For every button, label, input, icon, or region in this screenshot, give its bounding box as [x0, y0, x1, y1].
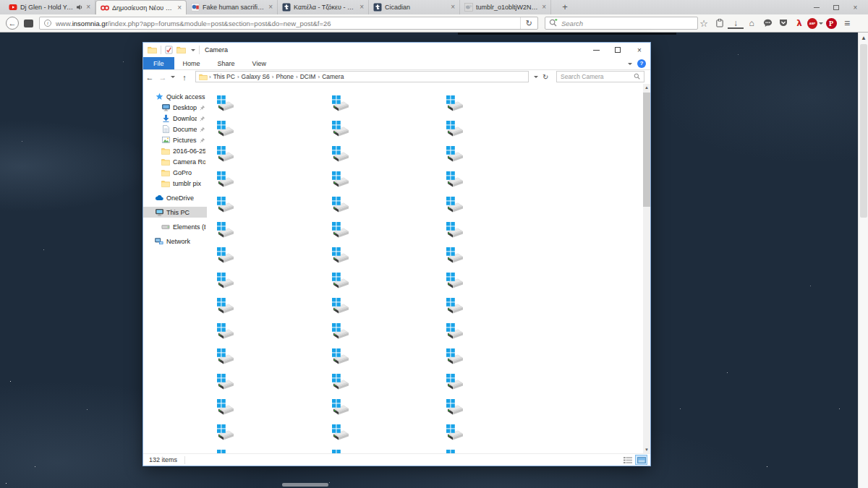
- file-icon[interactable]: [446, 348, 464, 365]
- folder-icon[interactable]: [148, 46, 157, 53]
- breadcrumb-segment[interactable]: Phone: [273, 73, 296, 80]
- page-scroll-pill[interactable]: [282, 483, 328, 487]
- bookmark-star-icon[interactable]: ☆: [696, 16, 712, 30]
- downloads-icon[interactable]: ↓: [728, 19, 744, 29]
- sidebar-item-2016-06-25-256[interactable]: 2016-06-25 256: [143, 145, 207, 156]
- nav-back-icon[interactable]: ←: [143, 73, 156, 82]
- file-icon[interactable]: [216, 398, 235, 416]
- file-icon[interactable]: [446, 171, 464, 188]
- file-icon[interactable]: [216, 272, 235, 289]
- ribbon-tab-file[interactable]: File: [143, 57, 174, 69]
- file-icon[interactable]: [446, 196, 464, 213]
- sidebar-item-onedrive[interactable]: OneDrive: [143, 192, 207, 203]
- file-icon[interactable]: [216, 322, 235, 340]
- sidebar-item-desktop[interactable]: Desktop: [143, 102, 207, 113]
- home-icon[interactable]: ⌂: [744, 16, 760, 30]
- site-identity-icon[interactable]: i: [44, 20, 51, 27]
- nav-up-icon[interactable]: ↑: [178, 73, 191, 82]
- explorer-search-box[interactable]: Search Camera: [556, 71, 644, 82]
- url-bar[interactable]: i www.insomnia.gr/index.php?app=forums&m…: [39, 17, 538, 30]
- file-icon[interactable]: [446, 373, 464, 390]
- browser-tab-2[interactable]: Fake human sacrifice film...×: [187, 0, 278, 14]
- file-icon[interactable]: [446, 95, 464, 112]
- sidebar-item-tumblr-pix[interactable]: tumblr pix: [143, 178, 207, 189]
- file-icon[interactable]: [216, 348, 235, 365]
- sidebar-item-this-pc[interactable]: This PC: [143, 207, 207, 218]
- details-view-button[interactable]: [621, 455, 634, 465]
- sidebar-item-quick-access[interactable]: Quick access: [143, 91, 207, 102]
- browser-tab-4[interactable]: Cicadian×: [369, 0, 460, 14]
- pocket-icon[interactable]: [775, 16, 791, 30]
- tab-close-icon[interactable]: ×: [542, 4, 546, 11]
- browser-tab-5[interactable]: tumblr_o1obltjW2N1v1z09...×: [460, 0, 551, 14]
- quick-access-toolbar-caret[interactable]: [191, 49, 195, 53]
- file-icon[interactable]: [446, 120, 464, 137]
- new-tab-button[interactable]: +: [556, 0, 574, 14]
- address-dropdown-caret[interactable]: [534, 76, 538, 80]
- restore-button[interactable]: [826, 0, 846, 14]
- file-icon[interactable]: [216, 297, 235, 314]
- file-icon[interactable]: [331, 398, 350, 416]
- file-icon[interactable]: [331, 348, 350, 365]
- reload-icon[interactable]: ↻: [520, 17, 537, 29]
- breadcrumb-segment[interactable]: DCIM: [298, 73, 318, 80]
- file-icon[interactable]: [216, 221, 235, 239]
- file-icon[interactable]: [216, 95, 235, 112]
- ribbon-tab-home[interactable]: Home: [174, 57, 209, 69]
- close-button[interactable]: ×: [629, 43, 650, 57]
- refresh-icon[interactable]: ↻: [542, 73, 548, 81]
- browser-tab-0[interactable]: Dj Glen - Hold Your Pa...×: [4, 0, 95, 14]
- file-icon[interactable]: [331, 373, 350, 390]
- file-icon[interactable]: [331, 247, 350, 264]
- file-icon[interactable]: [446, 297, 464, 314]
- recent-locations-caret[interactable]: [171, 76, 175, 80]
- chat-addon-icon[interactable]: [760, 16, 775, 30]
- bookmarks-panel-icon[interactable]: [712, 16, 728, 30]
- large-icons-view-button[interactable]: [635, 455, 647, 465]
- new-folder-icon[interactable]: [176, 46, 186, 53]
- tab-close-icon[interactable]: ×: [86, 4, 90, 11]
- lambda-addon-icon[interactable]: λ: [791, 16, 807, 30]
- back-button[interactable]: ←: [6, 17, 19, 30]
- pinterest-icon[interactable]: P: [823, 16, 839, 30]
- file-icon[interactable]: [331, 120, 350, 137]
- file-icon[interactable]: [446, 322, 464, 340]
- ribbon-tab-share[interactable]: Share: [209, 57, 244, 69]
- explorer-scrollbar[interactable]: ▲ ▼: [643, 84, 650, 453]
- file-icon[interactable]: [331, 196, 350, 213]
- tab-close-icon[interactable]: ×: [451, 4, 455, 11]
- sidebar-item-network[interactable]: Network: [143, 236, 207, 247]
- scrollbar-thumb[interactable]: [860, 44, 867, 218]
- file-icon[interactable]: [216, 373, 235, 390]
- file-icon[interactable]: [446, 272, 464, 289]
- nav-forward-icon[interactable]: →: [156, 73, 169, 82]
- address-bar[interactable]: ›This PC›Galaxy S6›Phone›DCIM›Camera: [195, 71, 529, 82]
- file-icon[interactable]: [446, 398, 464, 416]
- breadcrumb-segment[interactable]: This PC: [211, 73, 237, 80]
- scroll-down-arrow-icon[interactable]: ▼: [643, 446, 650, 453]
- file-icon[interactable]: [331, 272, 350, 289]
- file-icon[interactable]: [331, 171, 350, 188]
- file-icon[interactable]: [216, 196, 235, 213]
- file-icon[interactable]: [446, 247, 464, 264]
- sidebar-item-pictures[interactable]: Pictures: [143, 134, 207, 145]
- file-icon[interactable]: [446, 424, 464, 441]
- sidebar-item-downloads[interactable]: Downloads: [143, 113, 207, 124]
- file-icon[interactable]: [331, 95, 350, 112]
- file-icon[interactable]: [216, 247, 235, 264]
- tab-close-icon[interactable]: ×: [268, 4, 273, 11]
- file-icon[interactable]: [331, 297, 350, 314]
- menu-icon[interactable]: ≡: [839, 16, 855, 30]
- file-icon[interactable]: [446, 145, 464, 163]
- tab-close-icon[interactable]: ×: [359, 4, 364, 11]
- search-bar[interactable]: Search: [545, 17, 698, 30]
- scroll-up-arrow-icon[interactable]: ▲: [643, 84, 650, 91]
- properties-icon[interactable]: [165, 46, 173, 54]
- tab-close-icon[interactable]: ×: [177, 4, 182, 12]
- browser-page-scrollbar[interactable]: ▲: [858, 33, 868, 488]
- sidebar-item-documents[interactable]: Documents: [143, 124, 207, 134]
- scroll-up-arrow-icon[interactable]: ▲: [859, 34, 868, 43]
- file-icon[interactable]: [331, 145, 350, 163]
- tab-audio-icon[interactable]: [76, 4, 83, 11]
- file-icon[interactable]: [216, 424, 235, 441]
